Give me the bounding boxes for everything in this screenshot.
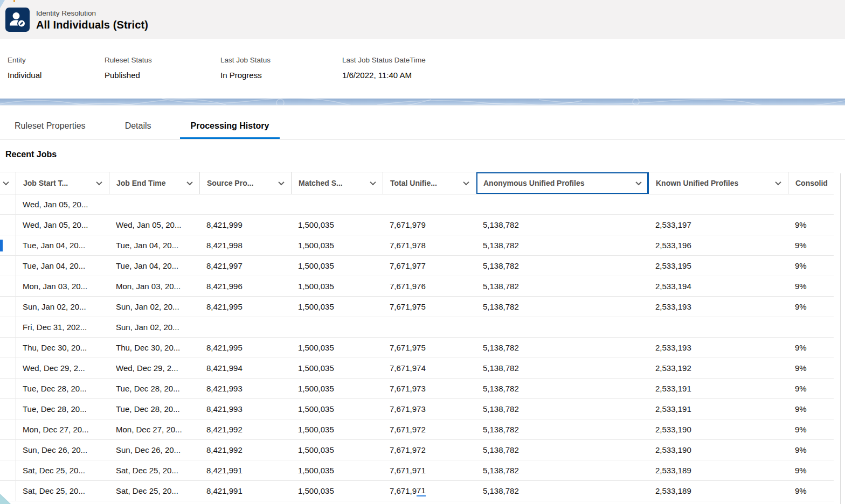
cell: 8,421,992 xyxy=(200,419,292,439)
field-entity: Entity Individual xyxy=(8,56,105,99)
cell: 8,421,996 xyxy=(200,276,292,296)
chevron-down-icon[interactable] xyxy=(186,179,192,185)
field-label: Entity xyxy=(8,56,105,64)
cell: 7,671,975 xyxy=(383,338,476,358)
cell: 2,533,194 xyxy=(649,276,788,296)
cell: 2,533,197 xyxy=(649,215,788,235)
cell: 8,421,993 xyxy=(200,379,292,398)
column-header-consolid[interactable]: Consolid xyxy=(788,172,834,194)
cell: 5,138,782 xyxy=(476,399,649,419)
column-header-anonymous-unified-profiles[interactable]: Anonymous Unified Profiles xyxy=(476,172,649,194)
tab-ruleset-properties[interactable]: Ruleset Properties xyxy=(4,115,96,139)
table-row[interactable]: Mon, Dec 27, 20...Mon, Dec 27, 20...8,42… xyxy=(0,419,834,440)
cell: 8,421,991 xyxy=(200,460,292,480)
summary-fields: Entity Individual Ruleset Status Publish… xyxy=(0,39,845,99)
cell: 7,671,972 xyxy=(383,419,476,439)
object-label: Identity Resolution xyxy=(36,9,148,17)
table-row[interactable]: Sun, Jan 02, 20...Sun, Jan 02, 20...8,42… xyxy=(0,297,834,317)
column-header-label: Matched S... xyxy=(299,179,343,187)
field-value: Published xyxy=(105,71,220,80)
row-gutter-cell xyxy=(0,256,16,276)
chevron-down-icon[interactable] xyxy=(278,179,284,185)
chevron-down-icon[interactable] xyxy=(3,179,9,185)
row-gutter-cell xyxy=(0,399,16,419)
cell: Sun, Jan 02, 20... xyxy=(16,297,109,317)
tab-details[interactable]: Details xyxy=(114,115,162,139)
cell: 9% xyxy=(788,379,834,398)
field-last-job-datetime: Last Job Status DateTime 1/6/2022, 11:40… xyxy=(342,56,426,99)
cell: Wed, Jan 05, 20... xyxy=(16,194,109,214)
cell: 7,671,977 xyxy=(383,256,476,276)
cell xyxy=(476,194,649,214)
chevron-down-icon[interactable] xyxy=(370,179,376,185)
field-value: In Progress xyxy=(220,71,342,80)
column-header-job-start-t[interactable]: Job Start T... xyxy=(16,172,109,194)
cell: 9% xyxy=(788,297,834,317)
cell: 5,138,782 xyxy=(476,379,649,398)
chevron-down-icon[interactable] xyxy=(463,179,469,185)
cell: 8,421,993 xyxy=(200,399,292,419)
cell: 2,533,196 xyxy=(649,235,788,255)
column-header-label: Job End Time xyxy=(116,179,166,187)
column-header-matched-s[interactable]: Matched S... xyxy=(292,172,383,194)
row-gutter-cell xyxy=(0,358,16,378)
cell: 9% xyxy=(788,460,834,480)
cell: 7,671,972 xyxy=(383,440,476,460)
cell: Wed, Dec 29, 2... xyxy=(109,358,200,378)
table-row[interactable]: Wed, Jan 05, 20...Wed, Jan 05, 20...8,42… xyxy=(0,215,834,235)
table-row[interactable]: Tue, Jan 04, 20...Tue, Jan 04, 20...8,42… xyxy=(0,256,834,276)
column-header-job-end-time[interactable]: Job End Time xyxy=(109,172,200,194)
table-row[interactable]: Sat, Dec 25, 20...Sat, Dec 25, 20...8,42… xyxy=(0,481,834,501)
cell: 9% xyxy=(788,358,834,378)
cell: 2,533,195 xyxy=(649,256,788,276)
cell: Tue, Dec 28, 20... xyxy=(16,399,109,419)
cell: 9% xyxy=(788,419,834,439)
cell: Sat, Dec 25, 20... xyxy=(16,481,109,501)
cell: 5,138,782 xyxy=(476,215,649,235)
table-row[interactable]: Tue, Dec 28, 20...Tue, Dec 28, 20...8,42… xyxy=(0,379,834,399)
panel-edge-divider xyxy=(840,173,841,504)
cell: 7,671,973 xyxy=(383,379,476,398)
cell: 1,500,035 xyxy=(292,419,383,439)
cell: Thu, Dec 30, 20... xyxy=(109,338,200,358)
cell: 5,138,782 xyxy=(476,338,649,358)
cell: 7,671,971 xyxy=(383,460,476,480)
column-header-scrolled[interactable] xyxy=(0,172,16,194)
tab-processing-history[interactable]: Processing History xyxy=(180,115,280,139)
column-header-known-unified-profiles[interactable]: Known Unified Profiles xyxy=(649,172,788,194)
cell: 7,671,971 xyxy=(383,481,476,501)
column-header-label: Anonymous Unified Profiles xyxy=(483,179,584,187)
person-edit-icon xyxy=(5,8,30,32)
cell: 7,671,974 xyxy=(383,358,476,378)
row-gutter-cell xyxy=(0,379,16,398)
row-gutter-cell xyxy=(0,460,16,480)
table-row[interactable]: Thu, Dec 30, 20...Thu, Dec 30, 20...8,42… xyxy=(0,338,834,358)
field-label: Ruleset Status xyxy=(105,56,220,64)
chevron-down-icon[interactable] xyxy=(635,179,641,185)
column-header-source-pro[interactable]: Source Pro... xyxy=(200,172,292,194)
cell: Sun, Jan 02, 20... xyxy=(109,297,200,317)
jobs-table: Job Start T...Job End TimeSource Pro...M… xyxy=(0,172,834,501)
yellow-tick-artifact xyxy=(13,0,15,2)
table-row[interactable]: Sun, Dec 26, 20...Sun, Dec 26, 20...8,42… xyxy=(0,440,834,460)
cell: 9% xyxy=(788,440,834,460)
table-row[interactable]: Fri, Dec 31, 202...Sun, Jan 02, 20... xyxy=(0,317,834,338)
jobs-table-header: Job Start T...Job End TimeSource Pro...M… xyxy=(0,172,834,194)
tab-bar: Ruleset Properties Details Processing Hi… xyxy=(0,106,845,139)
cell: 2,533,193 xyxy=(649,338,788,358)
cell: 8,421,991 xyxy=(200,481,292,501)
cell: 7,671,973 xyxy=(383,399,476,419)
cell: 1,500,035 xyxy=(292,338,383,358)
chevron-down-icon[interactable] xyxy=(775,179,781,185)
column-header-total-unifie[interactable]: Total Unifie... xyxy=(383,172,476,194)
table-row[interactable]: Wed, Dec 29, 2...Wed, Dec 29, 2...8,421,… xyxy=(0,358,834,379)
cell: 1,500,035 xyxy=(292,481,383,501)
table-row[interactable]: Wed, Jan 05, 20... xyxy=(0,194,834,215)
table-row[interactable]: Tue, Dec 28, 20...Tue, Dec 28, 20...8,42… xyxy=(0,399,834,419)
cell: Tue, Jan 04, 20... xyxy=(16,256,109,276)
cell: 8,421,992 xyxy=(200,440,292,460)
table-row[interactable]: Sat, Dec 25, 20...Sat, Dec 25, 20...8,42… xyxy=(0,460,834,481)
chevron-down-icon[interactable] xyxy=(96,179,102,185)
table-row[interactable]: Mon, Jan 03, 20...Mon, Jan 03, 20...8,42… xyxy=(0,276,834,297)
table-row[interactable]: Tue, Jan 04, 20...Tue, Jan 04, 20...8,42… xyxy=(0,235,834,256)
